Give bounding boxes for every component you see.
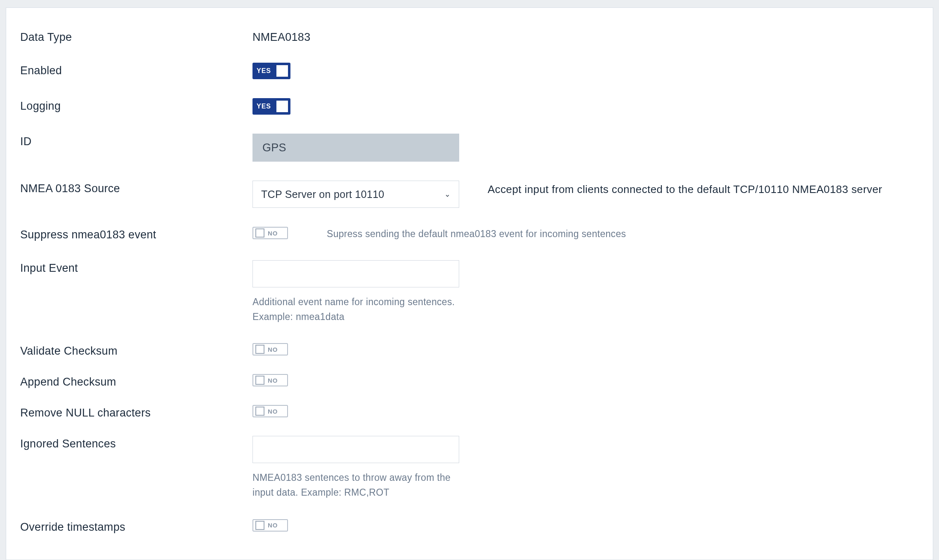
toggle-validate-checksum-label: NO (268, 346, 278, 353)
toggle-remove-null[interactable]: NO (252, 405, 288, 417)
toggle-append-checksum-label: NO (268, 377, 278, 384)
label-override-ts: Override timestamps (20, 519, 252, 534)
chevron-down-icon: ⌄ (444, 190, 451, 199)
id-readonly-field: GPS (252, 134, 459, 162)
toggle-remove-null-label: NO (268, 408, 278, 415)
value-data-type: NMEA0183 (252, 29, 467, 44)
ignored-sentences-field[interactable] (252, 436, 459, 463)
toggle-suppress[interactable]: NO (252, 227, 288, 239)
toggle-knob-icon (255, 376, 264, 385)
row-input-event: Input Event Additional event name for in… (20, 260, 919, 324)
label-validate-checksum: Validate Checksum (20, 343, 252, 358)
label-input-event: Input Event (20, 260, 252, 275)
desc-suppress: Supress sending the default nmea0183 eve… (327, 227, 626, 240)
label-source: NMEA 0183 Source (20, 181, 252, 195)
row-validate-checksum: Validate Checksum NO (20, 343, 919, 358)
row-source: NMEA 0183 Source TCP Server on port 1011… (20, 181, 919, 208)
toggle-enabled-label: YES (257, 67, 271, 75)
select-source-value: TCP Server on port 10110 (261, 188, 385, 200)
toggle-knob-icon (255, 345, 264, 354)
row-append-checksum: Append Checksum NO (20, 374, 919, 388)
toggle-knob-icon (255, 521, 264, 530)
toggle-override-ts-label: NO (268, 522, 278, 529)
row-data-type: Data Type NMEA0183 (20, 29, 919, 44)
toggle-knob-icon (276, 101, 288, 112)
label-remove-null: Remove NULL characters (20, 405, 252, 419)
input-event-field[interactable] (252, 260, 459, 287)
toggle-logging[interactable]: YES (252, 98, 290, 115)
row-remove-null: Remove NULL characters NO (20, 405, 919, 419)
desc-source: Accept input from clients connected to t… (467, 181, 919, 196)
label-logging: Logging (20, 98, 252, 113)
label-data-type: Data Type (20, 29, 252, 44)
label-ignored: Ignored Sentences (20, 436, 252, 450)
toggle-enabled[interactable]: YES (252, 63, 290, 79)
toggle-suppress-label: NO (268, 230, 278, 237)
toggle-knob-icon (255, 407, 264, 416)
label-id: ID (20, 134, 252, 148)
toggle-validate-checksum[interactable]: NO (252, 343, 288, 355)
row-override-ts: Override timestamps NO (20, 519, 919, 534)
row-ignored: Ignored Sentences NMEA0183 sentences to … (20, 436, 919, 500)
select-source[interactable]: TCP Server on port 10110 ⌄ (252, 181, 459, 208)
toggle-knob-icon (276, 65, 288, 77)
row-logging: Logging YES (20, 98, 919, 115)
toggle-knob-icon (255, 228, 264, 238)
row-id: ID GPS (20, 134, 919, 162)
toggle-logging-label: YES (257, 103, 271, 110)
label-append-checksum: Append Checksum (20, 374, 252, 388)
toggle-override-ts[interactable]: NO (252, 519, 288, 532)
row-suppress: Suppress nmea0183 event NO Supress sendi… (20, 227, 919, 241)
help-input-event: Additional event name for incoming sente… (252, 295, 459, 324)
label-suppress: Suppress nmea0183 event (20, 227, 252, 241)
label-enabled: Enabled (20, 63, 252, 77)
id-value: GPS (262, 141, 286, 154)
toggle-append-checksum[interactable]: NO (252, 374, 288, 386)
settings-panel: Data Type NMEA0183 Enabled YES Logging Y… (6, 7, 933, 560)
help-ignored: NMEA0183 sentences to throw away from th… (252, 471, 459, 500)
row-enabled: Enabled YES (20, 63, 919, 79)
